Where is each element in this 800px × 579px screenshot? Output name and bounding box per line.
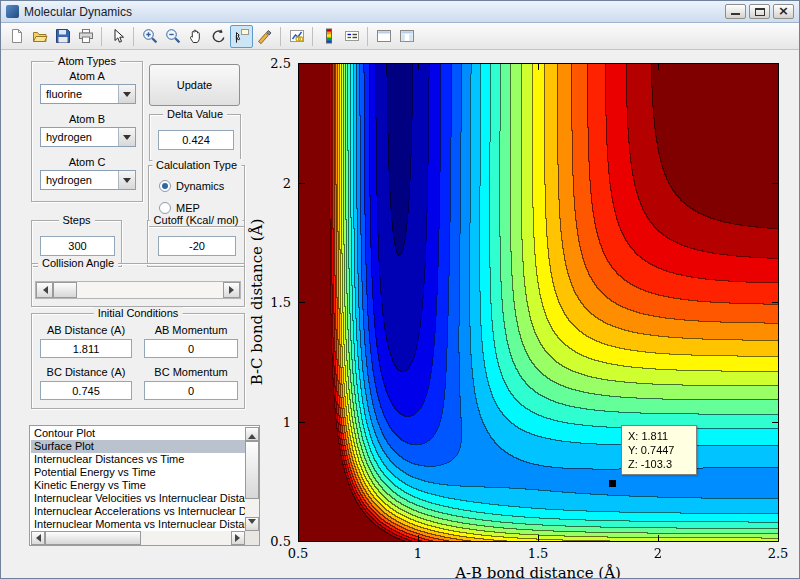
rotate-3d-button[interactable] — [207, 25, 230, 48]
ab-distance-field[interactable] — [40, 339, 132, 358]
plot-type-option[interactable]: Internuclear Velocities vs Internuclear … — [31, 492, 245, 505]
close-button[interactable] — [773, 4, 794, 19]
minimize-button[interactable] — [725, 4, 746, 19]
vertical-scroll-thumb[interactable] — [245, 441, 259, 499]
title-bar[interactable]: Molecular Dynamics — [1, 1, 799, 23]
bc-momentum-field[interactable] — [144, 381, 238, 400]
y-tick-label: 0.5 — [270, 534, 291, 549]
radio-unselected-icon — [159, 202, 171, 214]
link-plot-button[interactable] — [285, 25, 308, 48]
colorbar-icon — [321, 28, 337, 44]
slider-thumb[interactable] — [53, 282, 77, 298]
horizontal-scrollbar[interactable] — [31, 531, 245, 545]
mep-radio[interactable]: MEP — [159, 202, 200, 214]
insert-colorbar-button[interactable] — [317, 25, 340, 48]
plot-type-option[interactable]: Internuclear Momenta vs Internuclear Dis… — [31, 518, 245, 531]
toolbar-separator — [367, 27, 368, 46]
scroll-right-button[interactable] — [231, 531, 245, 545]
open-file-button[interactable] — [28, 25, 51, 48]
delta-value-field[interactable] — [158, 130, 234, 150]
atom-b-label: Atom B — [32, 113, 142, 125]
atom-c-value: hydrogen — [41, 171, 118, 189]
show-plot-tools-icon — [399, 28, 415, 44]
minimize-icon — [731, 13, 740, 15]
show-plot-tools-button[interactable] — [395, 25, 418, 48]
collision-angle-panel: Collision Angle — [31, 263, 245, 307]
zoom-out-button[interactable] — [161, 25, 184, 48]
collision-angle-slider[interactable] — [35, 281, 241, 299]
bc-distance-field[interactable] — [40, 381, 132, 400]
plot-area: A-B bond distance (Å) X: 1.811 Y: 0.7447… — [298, 63, 779, 542]
steps-field[interactable] — [40, 236, 115, 256]
ab-momentum-field[interactable] — [144, 339, 238, 358]
plot-type-listbox[interactable]: Contour PlotSurface PlotInternuclear Dis… — [29, 425, 260, 546]
atom-c-dropdown-button[interactable] — [118, 171, 135, 189]
cutoff-title: Cutoff (Kcal/ mol) — [150, 214, 243, 226]
atom-types-panel-title: Atom Types — [54, 55, 120, 67]
update-button[interactable]: Update — [149, 64, 240, 106]
contour-canvas[interactable] — [298, 63, 779, 542]
figure-body: Atom Types Atom A fluorine Atom B hydrog… — [1, 50, 800, 579]
plot-type-list-items: Contour PlotSurface PlotInternuclear Dis… — [31, 427, 245, 531]
arrow-left-icon — [39, 286, 48, 294]
atom-b-dropdown-button[interactable] — [118, 128, 135, 146]
open-folder-icon — [32, 28, 48, 44]
data-tip[interactable]: X: 1.811 Y: 0.7447 Z: -103.3 — [621, 425, 697, 475]
atom-b-dropdown[interactable]: hydrogen — [40, 127, 136, 147]
horizontal-scroll-thumb[interactable] — [45, 531, 141, 545]
ab-momentum-label: AB Momentum — [144, 324, 238, 336]
figure-toolbar — [1, 23, 799, 50]
app-icon — [6, 5, 19, 18]
toolbar-separator — [133, 27, 134, 46]
atom-a-value: fluorine — [41, 85, 118, 103]
hide-plot-tools-button[interactable] — [372, 25, 395, 48]
zoom-out-icon — [165, 28, 181, 44]
bc-momentum-label: BC Momentum — [144, 366, 238, 378]
maximize-button[interactable] — [749, 4, 770, 19]
atom-types-panel: Atom Types Atom A fluorine Atom B hydrog… — [31, 61, 143, 202]
bc-distance-label: BC Distance (A) — [40, 366, 132, 378]
plot-type-option[interactable]: Internuclear Distances vs Time — [31, 453, 245, 466]
zoom-in-button[interactable] — [138, 25, 161, 48]
brush-icon — [257, 28, 273, 44]
vertical-scrollbar[interactable] — [245, 427, 259, 531]
x-tick-label: 1 — [414, 546, 422, 561]
scroll-up-button[interactable] — [245, 427, 259, 441]
chevron-down-icon — [123, 135, 131, 144]
plot-type-option[interactable]: Contour Plot — [31, 427, 245, 440]
atom-a-dropdown-button[interactable] — [118, 85, 135, 103]
dynamics-radio[interactable]: Dynamics — [159, 180, 224, 192]
atom-c-dropdown[interactable]: hydrogen — [40, 170, 136, 190]
plot-type-option[interactable]: Surface Plot — [31, 440, 245, 453]
app-window: Molecular Dynamics Atom Types Atom A — [0, 0, 800, 579]
arrow-down-icon — [248, 519, 256, 528]
scroll-left-button[interactable] — [31, 531, 45, 545]
save-button[interactable] — [51, 25, 74, 48]
scroll-down-button[interactable] — [245, 517, 259, 531]
plot-type-option[interactable]: Kinetic Energy vs Time — [31, 479, 245, 492]
new-figure-button[interactable] — [5, 25, 28, 48]
printer-icon — [78, 28, 94, 44]
plot-type-option[interactable]: Internuclear Accelerations vs Internucle… — [31, 505, 245, 518]
arrow-right-icon — [235, 534, 244, 542]
delta-value-title: Delta Value — [163, 108, 227, 120]
zoom-in-icon — [142, 28, 158, 44]
x-tick-label: 2 — [654, 546, 662, 561]
atom-a-dropdown[interactable]: fluorine — [40, 84, 136, 104]
data-cursor-button[interactable] — [230, 25, 253, 48]
slider-right-arrow[interactable] — [223, 282, 240, 298]
print-button[interactable] — [74, 25, 97, 48]
pan-button[interactable] — [184, 25, 207, 48]
maximize-icon — [755, 8, 765, 16]
rotate-3d-icon — [211, 28, 227, 44]
cutoff-field[interactable] — [158, 236, 236, 256]
plot-type-option[interactable]: Potential Energy vs Time — [31, 466, 245, 479]
slider-left-arrow[interactable] — [36, 282, 53, 298]
data-cursor-marker[interactable] — [609, 480, 616, 487]
insert-legend-button[interactable] — [340, 25, 363, 48]
brush-data-button[interactable] — [253, 25, 276, 48]
edit-plot-button[interactable] — [106, 25, 129, 48]
atom-c-label: Atom C — [32, 156, 142, 168]
slider-track[interactable] — [53, 282, 223, 298]
chevron-down-icon — [123, 178, 131, 187]
